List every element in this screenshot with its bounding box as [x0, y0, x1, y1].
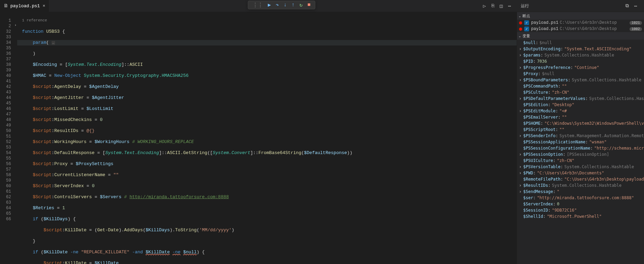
variable-item[interactable]: $SessionID:"9DB72C16" — [517, 207, 644, 213]
line-number: 51 — [0, 134, 11, 139]
line-number: 37 — [0, 57, 11, 62]
line-number: 2 — [0, 23, 11, 29]
breakpoint-line-badge: 1002 — [630, 27, 642, 31]
variable-item[interactable]: $PSUICulture:"zh-CN" — [517, 158, 644, 164]
line-number: 49 — [0, 123, 11, 128]
variable-name: $PWD — [523, 170, 533, 176]
line-number: 61 — [0, 189, 11, 194]
variable-value: " — [557, 189, 559, 195]
variable-item[interactable]: $PSBoundParameters:System.Collections.Ha… — [517, 77, 644, 83]
variable-item[interactable]: $ServerIndex:0 — [517, 201, 644, 207]
line-number: 48 — [0, 117, 11, 123]
restart-icon[interactable]: ↻ — [299, 2, 303, 8]
line-number: 34 — [0, 40, 11, 45]
panel-toggle-icon[interactable]: ⧉ — [625, 3, 629, 9]
variable-name: $SendMessage — [523, 189, 553, 195]
codelens[interactable]: 1 reference — [17, 18, 517, 23]
variable-name: $ServerIndex — [523, 201, 553, 207]
line-number: 40 — [0, 73, 11, 79]
line-number: 64 — [0, 205, 11, 211]
code-content[interactable]: 1 reference function U5BS3 { param( … ) … — [17, 12, 517, 264]
variable-item[interactable]: $ser:"http://miranda.tattooforsure.com:8… — [517, 195, 644, 201]
variable-item[interactable]: $Proxy:$null — [517, 71, 644, 77]
variable-item[interactable]: $PSCulture:"zh-CN" — [517, 89, 644, 95]
variable-item[interactable]: $PSHOME:"C:\Windows\System32\WindowsPowe… — [517, 120, 644, 126]
run-icon[interactable]: ▷ — [483, 3, 486, 9]
breakpoint-file: payload.ps1 — [531, 20, 558, 25]
stop-icon[interactable]: ■ — [307, 2, 310, 8]
variable-item[interactable]: $params:System.Collections.Hashtable — [517, 52, 644, 58]
overflow-icon[interactable]: ⋯ — [634, 3, 637, 9]
variable-item[interactable]: $RemoteFilePath:"C:\Users\G4rb3n\Desktop… — [517, 176, 644, 182]
continue-icon[interactable]: ▶ — [268, 2, 271, 8]
variable-item[interactable]: $PSEdition:"Desktop" — [517, 102, 644, 108]
variable-item[interactable]: $SendMessage:" — [517, 189, 644, 195]
variable-value: "wsman" — [589, 139, 607, 145]
line-number: 39 — [0, 68, 11, 73]
variable-item[interactable]: $PSSessionOption:[PSSessionOption] — [517, 151, 644, 158]
line-number: 38 — [0, 62, 11, 68]
line-number: 54 — [0, 150, 11, 156]
variable-value: System.Collections.Hashtable — [545, 52, 614, 58]
line-number: 45 — [0, 101, 11, 106]
variable-item[interactable]: $ShellId:"Microsoft.PowerShell" — [517, 213, 644, 220]
variable-item[interactable]: $OutputEncoding:"System.Text.ASCIIEncodi… — [517, 46, 644, 52]
breakpoint-item[interactable]: ✓ payload.ps1 C:\Users\G4rb3n\Desktop 10… — [517, 26, 644, 32]
breakpoint-checkbox[interactable]: ✓ — [524, 27, 529, 31]
variable-item[interactable]: $null:$null — [517, 40, 644, 46]
variable-name: $OutputEncoding — [523, 46, 560, 52]
line-number: 65 — [0, 211, 11, 216]
variable-value: System.Collections.Hashtable — [589, 95, 644, 102]
variable-item[interactable]: $PSVersionTable:System.Collections.Hasht… — [517, 164, 644, 170]
run-label[interactable]: 运行 — [521, 3, 529, 9]
variable-value: System.Collections.Hashtable — [552, 182, 621, 189]
variable-item[interactable]: $ProgressPreference:"Continue" — [517, 64, 644, 71]
variable-item[interactable]: $PWD:"C:\Users\G4rb3n\Documents" — [517, 170, 644, 176]
step-into-icon[interactable]: ↓ — [284, 2, 287, 8]
variable-item[interactable]: $PSSessionApplicationName:"wsman" — [517, 139, 644, 145]
variable-name: $Proxy — [523, 71, 538, 77]
variable-value: "http://miranda.tattooforsure.com:8888" — [537, 195, 634, 201]
variable-item[interactable]: $PSSessionConfigurationName:"http://sche… — [517, 145, 644, 151]
line-number: 58 — [0, 172, 11, 178]
variables-header[interactable]: ⌄ 变量 — [517, 32, 644, 40]
step-over-icon[interactable]: ↷ — [276, 2, 279, 8]
line-number: 47 — [0, 112, 11, 117]
variable-item[interactable]: $PSScriptRoot:"" — [517, 126, 644, 133]
variable-item[interactable]: $PID:7036 — [517, 58, 644, 64]
variable-name: $PSEditModule — [523, 108, 556, 114]
line-number: 59 — [0, 178, 11, 183]
line-number: 57 — [0, 167, 11, 172]
line-number: 44 — [0, 95, 11, 101]
drag-handle-icon[interactable]: ⋮⋮ — [253, 2, 263, 8]
line-number: 33 — [0, 34, 11, 40]
variable-item[interactable]: $PSEditModule:"<# — [517, 108, 644, 114]
breakpoint-item[interactable]: ✓ payload.ps1 C:\Users\G4rb3n\Desktop 10… — [517, 20, 644, 26]
variable-value: "C:\Windows\System32\WindowsPowerShell\v… — [545, 120, 644, 126]
variable-name: $PSCommandPath — [523, 83, 558, 89]
variable-item[interactable]: $ResultIDs:System.Collections.Hashtable — [517, 182, 644, 189]
run-selection-icon[interactable]: ⎘ — [492, 3, 494, 9]
variable-item[interactable]: $PSCommandPath:"" — [517, 83, 644, 89]
breakpoints-header[interactable]: ⌄ 断点 — [517, 12, 644, 20]
editor-tab[interactable]: 🗎 payload.ps1 × — [0, 0, 49, 12]
variable-item[interactable]: $PSEmailServer:"" — [517, 114, 644, 120]
variable-value: System.Management.Automation.Remoting.PS… — [559, 133, 644, 139]
step-out-icon[interactable]: ↑ — [292, 2, 295, 8]
variable-value: "Microsoft.PowerShell" — [547, 213, 602, 220]
line-numbers: 1232333435363738394041424344454647484950… — [0, 12, 17, 264]
breakpoint-checkbox[interactable]: ✓ — [524, 20, 529, 25]
more-icon[interactable]: ⋯ — [508, 3, 511, 9]
close-tab-icon[interactable]: × — [43, 3, 45, 9]
variable-item[interactable]: $PSSenderInfo:System.Management.Automati… — [517, 133, 644, 139]
variable-name: $PSSessionApplicationName — [523, 139, 585, 145]
fold-icon[interactable]: › — [14, 23, 17, 27]
variable-value: "C:\Users\G4rb3n\Documents" — [537, 170, 604, 176]
variable-value: "zh-CN" — [552, 89, 569, 95]
line-number: 32 — [0, 29, 11, 34]
line-number: 36 — [0, 51, 11, 57]
variable-item[interactable]: $PSDefaultParameterValues:System.Collect… — [517, 95, 644, 102]
split-editor-icon[interactable]: ◫ — [500, 3, 503, 9]
variable-value: "http://schemas.microsoft.co… — [594, 145, 644, 151]
line-number: 55 — [0, 156, 11, 161]
